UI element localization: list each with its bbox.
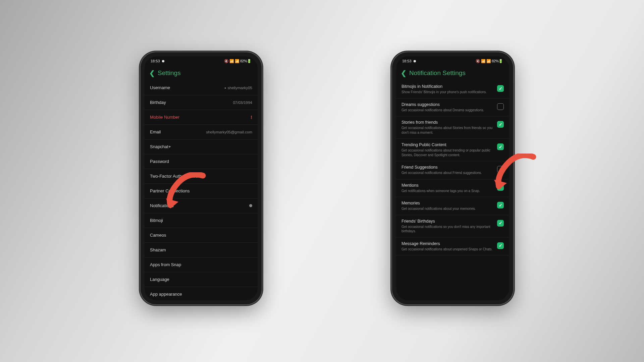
checkbox[interactable]: ✓ bbox=[497, 242, 504, 249]
settings-row-apps-from-snap[interactable]: Apps from Snap bbox=[145, 257, 258, 272]
checkbox[interactable]: ✓ bbox=[497, 121, 504, 128]
notification-text: Friend SuggestionsGet occasional notific… bbox=[401, 165, 497, 175]
notification-text: Bitmojis in NotificationShow Friends' Bi… bbox=[401, 84, 497, 95]
header-bar: ❮ Settings bbox=[145, 66, 258, 80]
row-label: Notifications bbox=[150, 203, 174, 208]
settings-row-shazam[interactable]: Shazam bbox=[145, 243, 258, 257]
settings-row-two-factor-authentication[interactable]: Two-Factor Authentication bbox=[145, 169, 258, 184]
row-value: 07/03/1994 bbox=[233, 101, 252, 105]
notification-title: Trending Public Content bbox=[401, 142, 493, 147]
notification-text: MentionsGet notifications when someone t… bbox=[401, 183, 497, 193]
notification-settings-list[interactable]: Bitmojis in NotificationShow Friends' Bi… bbox=[396, 80, 509, 255]
checkmark-icon: ✓ bbox=[499, 203, 502, 208]
checkmark-icon: ✓ bbox=[499, 122, 502, 127]
settings-row-partner-connections[interactable]: Partner Connections bbox=[145, 184, 258, 198]
screen: 18:53 ⏺ 🔇 📶 📶 82%🔋 ❮ Notification Settin… bbox=[396, 56, 509, 300]
status-bar: 18:53 ⏺ 🔇 📶 📶 82%🔋 bbox=[145, 56, 258, 66]
status-icons-right: 🔇 📶 📶 82%🔋 bbox=[224, 59, 252, 63]
notification-title: Bitmojis in Notification bbox=[401, 84, 493, 89]
settings-row-birthday[interactable]: Birthday07/03/1994 bbox=[145, 95, 258, 110]
notification-row-dreams-suggestions[interactable]: Dreams suggestionsGet occasional notific… bbox=[396, 99, 509, 117]
row-label: Shazam bbox=[150, 247, 166, 252]
notification-title: Stories from friends bbox=[401, 120, 493, 125]
row-value: shellymarky05@gmail.com bbox=[206, 130, 252, 134]
back-icon[interactable]: ❮ bbox=[149, 69, 155, 77]
notification-row-friends-birthdays[interactable]: Friends' BirthdaysGet occasional notific… bbox=[396, 215, 509, 238]
status-time: 18:53 bbox=[151, 59, 160, 63]
settings-row-notifications[interactable]: Notifications bbox=[145, 198, 258, 213]
row-label: Partner Connections bbox=[150, 188, 190, 193]
settings-row-email[interactable]: Emailshellymarky05@gmail.com bbox=[145, 125, 258, 139]
checkmark-icon: ✓ bbox=[499, 221, 502, 226]
status-bar: 18:53 ⏺ 🔇 📶 📶 82%🔋 bbox=[396, 56, 509, 66]
notification-row-friend-suggestions[interactable]: Friend SuggestionsGet occasional notific… bbox=[396, 161, 509, 179]
settings-row-bitmoji[interactable]: Bitmoji bbox=[145, 213, 258, 228]
row-label: Birthday bbox=[150, 100, 166, 105]
notification-description: Show Friends' Bitmojis in your phone's p… bbox=[401, 90, 493, 95]
status-recording-icon: ⏺ bbox=[161, 59, 165, 63]
notification-description: Get occasional notifications about Dream… bbox=[401, 108, 493, 113]
checkmark-icon: ✓ bbox=[499, 86, 502, 91]
settings-row-cameos[interactable]: Cameos bbox=[145, 228, 258, 243]
notification-text: MemoriesGet occasional notifications abo… bbox=[401, 201, 497, 211]
notification-description: Get occasional notifications about Frien… bbox=[401, 171, 493, 175]
row-label: Apps from Snap bbox=[150, 262, 181, 267]
notification-row-trending-public-content[interactable]: Trending Public ContentGet occasional no… bbox=[396, 139, 509, 161]
notification-text: Message RemindersGet occasional notifica… bbox=[401, 241, 497, 252]
notification-text: Dreams suggestionsGet occasional notific… bbox=[401, 102, 497, 113]
row-label: App appearance bbox=[150, 292, 182, 297]
notification-title: Friend Suggestions bbox=[401, 165, 493, 170]
checkbox[interactable]: ✓ bbox=[497, 202, 504, 208]
checkbox[interactable] bbox=[497, 166, 504, 173]
checkbox[interactable]: ✓ bbox=[497, 85, 504, 92]
settings-list[interactable]: Username▸shellymarky05Birthday07/03/1994… bbox=[145, 80, 258, 300]
checkbox[interactable]: ✓ bbox=[497, 143, 504, 150]
settings-row-language[interactable]: Language bbox=[145, 272, 258, 287]
dot-indicator-icon bbox=[249, 204, 252, 207]
settings-row-mobile-number[interactable]: Mobile Number! bbox=[145, 110, 258, 125]
phone-mockup-settings: 18:53 ⏺ 🔇 📶 📶 82%🔋 ❮ Settings Username▸s… bbox=[140, 52, 262, 305]
settings-row-snapchat-[interactable]: Snapchat+ bbox=[145, 139, 258, 154]
notification-description: Get occasional notifications about trend… bbox=[401, 148, 493, 157]
checkbox[interactable] bbox=[497, 103, 504, 110]
header-bar: ❮ Notification Settings bbox=[396, 66, 509, 80]
page-title: Settings bbox=[158, 69, 181, 77]
row-label: Cameos bbox=[150, 233, 166, 238]
notification-description: Get notifications when someone tags you … bbox=[401, 189, 493, 193]
notification-row-message-reminders[interactable]: Message RemindersGet occasional notifica… bbox=[396, 238, 509, 256]
row-value: ! bbox=[251, 115, 252, 120]
settings-row-app-appearance[interactable]: App appearance bbox=[145, 287, 258, 300]
notification-description: Get occasional notifications about Stori… bbox=[401, 126, 493, 135]
notification-text: Trending Public ContentGet occasional no… bbox=[401, 142, 497, 157]
row-label: Password bbox=[150, 159, 169, 164]
screen: 18:53 ⏺ 🔇 📶 📶 82%🔋 ❮ Settings Username▸s… bbox=[145, 56, 258, 300]
checkbox[interactable]: ✓ bbox=[497, 184, 504, 191]
notification-row-stories-from-friends[interactable]: Stories from friendsGet occasional notif… bbox=[396, 116, 509, 139]
row-label: Mobile Number bbox=[150, 115, 179, 120]
notification-row-memories[interactable]: MemoriesGet occasional notifications abo… bbox=[396, 197, 509, 215]
notification-description: Get occasional notifications about your … bbox=[401, 206, 493, 211]
notification-title: Message Reminders bbox=[401, 241, 493, 246]
settings-row-password[interactable]: Password bbox=[145, 154, 258, 169]
row-label: Two-Factor Authentication bbox=[150, 174, 200, 179]
page-title: Notification Settings bbox=[409, 69, 466, 77]
status-recording-icon: ⏺ bbox=[413, 59, 417, 63]
row-label: Snapchat+ bbox=[150, 144, 171, 149]
checkmark-icon: ✓ bbox=[499, 185, 502, 190]
notification-title: Mentions bbox=[401, 183, 493, 188]
row-label: Username bbox=[150, 85, 170, 90]
row-label: Language bbox=[150, 277, 169, 282]
notification-text: Friends' BirthdaysGet occasional notific… bbox=[401, 219, 497, 234]
row-label: Bitmoji bbox=[150, 218, 163, 223]
checkbox[interactable]: ✓ bbox=[497, 220, 504, 227]
settings-row-username[interactable]: Username▸shellymarky05 bbox=[145, 80, 258, 95]
back-icon[interactable]: ❮ bbox=[401, 69, 407, 77]
phone-mockup-notifications: 18:53 ⏺ 🔇 📶 📶 82%🔋 ❮ Notification Settin… bbox=[391, 52, 514, 305]
checkmark-icon: ✓ bbox=[499, 243, 502, 248]
notification-row-mentions[interactable]: MentionsGet notifications when someone t… bbox=[396, 179, 509, 197]
status-icons-right: 🔇 📶 📶 82%🔋 bbox=[476, 59, 503, 63]
notification-row-bitmojis-in-notification[interactable]: Bitmojis in NotificationShow Friends' Bi… bbox=[396, 80, 509, 99]
status-time: 18:53 bbox=[402, 59, 412, 63]
notification-text: Stories from friendsGet occasional notif… bbox=[401, 120, 497, 135]
notification-title: Friends' Birthdays bbox=[401, 219, 493, 224]
